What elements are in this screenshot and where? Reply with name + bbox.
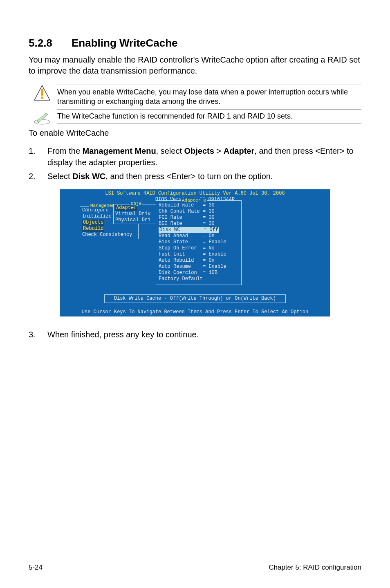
step-number: 1. bbox=[29, 145, 47, 168]
menu-item[interactable]: Virtual Driv bbox=[115, 211, 158, 217]
property-row[interactable]: Bios State = Enable bbox=[159, 239, 239, 245]
note-callout: The WriteCache function is recommended f… bbox=[29, 109, 361, 125]
step-number: 2. bbox=[29, 171, 47, 182]
property-row[interactable]: Read Ahead = On bbox=[159, 233, 239, 239]
warning-callout: When you enable WriteCache, you may lose… bbox=[29, 85, 361, 110]
step-text: Select bbox=[47, 172, 72, 181]
menu-item[interactable]: Rebuild bbox=[82, 226, 104, 232]
svg-point-2 bbox=[41, 97, 43, 99]
property-row[interactable]: Chk Const Rate = 30 bbox=[159, 209, 239, 215]
property-row[interactable]: Auto Rebuild = On bbox=[159, 258, 239, 264]
warning-icon bbox=[34, 85, 51, 103]
adapter-label: Adapter 0 bbox=[181, 197, 207, 204]
disk-wc-row-selected[interactable]: Disk WC = Off bbox=[159, 227, 219, 233]
step-text: From the bbox=[47, 146, 83, 155]
chapter-title: Chapter 5: RAID configuration bbox=[269, 563, 361, 572]
heading-title: Enabling WriteCache bbox=[72, 37, 178, 49]
step-bold: Objects bbox=[184, 146, 214, 155]
property-row[interactable]: BGI Rate = 30 bbox=[159, 221, 239, 227]
bios-title: LSI Software RAID Configuration Utility … bbox=[60, 189, 330, 197]
objects-panel: Obje Adapter Virtual Driv Physical Dri bbox=[113, 204, 160, 224]
message-box: Disk Write Cache - Off(Write Through) or… bbox=[104, 294, 286, 303]
intro-paragraph: You may manually enable the RAID control… bbox=[29, 54, 361, 76]
menu-item[interactable]: Check Consistency bbox=[82, 232, 136, 238]
property-row[interactable]: Fast Init = Enable bbox=[159, 251, 239, 258]
page-footer: 5-24 Chapter 5: RAID configuration bbox=[29, 563, 361, 572]
step-text: , select bbox=[156, 146, 184, 155]
menu-item[interactable]: Physical Dri bbox=[115, 217, 158, 223]
step-bold: Management Menu bbox=[83, 146, 156, 155]
step-3: 3. When finished, press any key to conti… bbox=[29, 329, 361, 340]
property-row[interactable]: Factory Default bbox=[159, 276, 239, 282]
heading-number: 5.2.8 bbox=[29, 37, 72, 49]
property-row[interactable]: Disk Coercion = 1GB bbox=[159, 270, 239, 276]
pen-icon bbox=[33, 109, 51, 125]
navigation-hint: Use Cursor Keys To Navigate Between Item… bbox=[60, 309, 330, 316]
adapter-panel: Adapter 0 Rebuild Rate = 30 Chk Const Ra… bbox=[156, 200, 242, 285]
page-number: 5-24 bbox=[29, 563, 43, 572]
property-row[interactable]: Auto Resume = Enable bbox=[159, 264, 239, 270]
step-text: > bbox=[214, 146, 224, 155]
step-bold: Adapter bbox=[224, 146, 255, 155]
section-heading: 5.2.8 Enabling WriteCache bbox=[29, 37, 361, 49]
property-row[interactable]: Stop On Error = No bbox=[159, 245, 239, 251]
warning-text: When you enable WriteCache, you may lose… bbox=[57, 85, 361, 110]
step-text: , and then press <Enter> to turn on the … bbox=[105, 172, 273, 181]
bios-screenshot: LSI Software RAID Configuration Utility … bbox=[60, 189, 330, 316]
step-number: 3. bbox=[29, 329, 47, 340]
step-bold: Disk WC bbox=[72, 172, 105, 181]
objects-label: Obje bbox=[130, 201, 142, 207]
note-text: The WriteCache function is recommended f… bbox=[57, 109, 361, 124]
svg-rect-1 bbox=[41, 89, 43, 96]
property-row[interactable]: FGI Rate = 30 bbox=[159, 215, 239, 221]
step-text: When finished, press any key to continue… bbox=[47, 329, 361, 340]
step-1: 1. From the Management Menu, select Obje… bbox=[29, 145, 361, 168]
step-2: 2. Select Disk WC, and then press <Enter… bbox=[29, 171, 361, 182]
svg-point-3 bbox=[34, 119, 50, 124]
enable-line: To enable WriteCache bbox=[29, 128, 361, 138]
menu-item-selected[interactable]: Objects bbox=[82, 220, 104, 226]
